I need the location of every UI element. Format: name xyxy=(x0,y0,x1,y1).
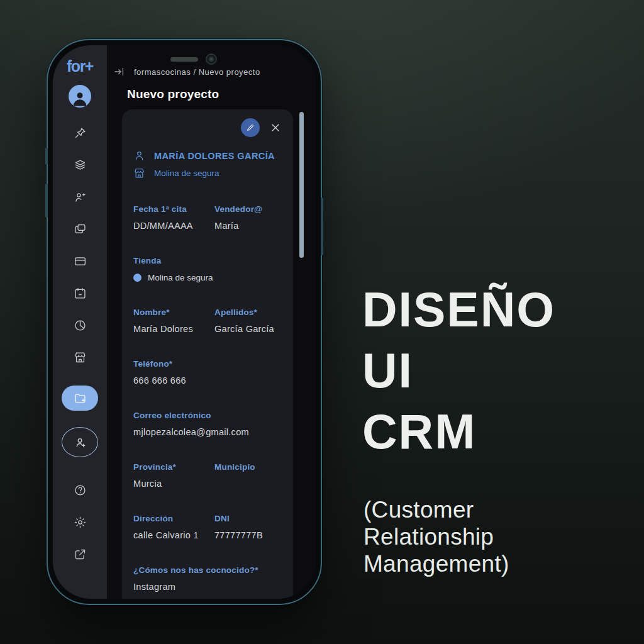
field-label: Municipio xyxy=(214,462,282,472)
sidebar-item-store[interactable] xyxy=(74,351,87,364)
contact-name-row: MARÍA DOLORES GARCÍA xyxy=(133,150,282,162)
municipio-input[interactable] xyxy=(214,479,282,488)
calendar-icon xyxy=(74,287,87,300)
sidebar-item-pins[interactable] xyxy=(74,126,87,140)
sidebar-item-help[interactable] xyxy=(74,484,87,497)
field-label: Fecha 1ª cita xyxy=(133,204,214,214)
store-small-icon xyxy=(133,167,145,179)
layers-icon xyxy=(74,158,87,172)
help-icon xyxy=(74,484,87,497)
poster-title: DISEÑO UI CRM xyxy=(362,279,555,462)
phone-camera xyxy=(206,53,217,65)
app-logo[interactable]: for+ xyxy=(67,55,93,77)
folders-icon xyxy=(74,223,87,236)
phone-power-button xyxy=(321,197,323,255)
vendedor-input[interactable]: María xyxy=(214,221,282,231)
phone-mockup: for+ xyxy=(47,39,322,605)
date-input[interactable]: DD/MM/AAAA xyxy=(133,221,214,231)
field-direccion: Dirección calle Calvario 1 xyxy=(133,514,214,540)
correo-input[interactable]: mjlopezalcolea@gmail.com xyxy=(133,427,282,437)
sidebar-item-add-contact[interactable] xyxy=(74,191,87,204)
form-row: ¿Cómos nos has cocnocido?* Instagram xyxy=(133,565,282,592)
field-label: Vendedor@ xyxy=(214,204,282,214)
radio-selected-icon xyxy=(133,274,142,282)
radio-option-label: Molina de segura xyxy=(148,273,213,282)
sidebar-item-settings[interactable] xyxy=(74,516,87,529)
field-label: Teléfono* xyxy=(133,359,282,369)
form-row: Fecha 1ª cita DD/MM/AAAA Vendedor@ María xyxy=(133,204,282,231)
sidebar-item-profile[interactable] xyxy=(69,85,91,108)
sidebar-item-projects[interactable] xyxy=(74,223,87,236)
field-vendedor: Vendedor@ María xyxy=(214,204,282,231)
contact-header: MARÍA DOLORES GARCÍA Molina de segura xyxy=(133,150,282,179)
pin-icon xyxy=(74,126,87,140)
scrollbar-thumb[interactable] xyxy=(299,112,304,258)
sidebar-item-external-link[interactable] xyxy=(74,548,87,561)
provincia-input[interactable]: Murcia xyxy=(133,479,214,489)
form-row: Correo electrónico mjlopezalcolea@gmail.… xyxy=(133,411,282,437)
nombre-input[interactable]: María Dolores xyxy=(133,324,214,334)
person-icon xyxy=(133,150,145,162)
como-conocido-input[interactable]: Instagram xyxy=(133,582,282,592)
poster-subtitle: (Customer Relationship Management) xyxy=(364,496,509,577)
contact-store: Molina de segura xyxy=(154,169,219,178)
pencil-icon xyxy=(245,123,255,133)
sidebar-item-layers[interactable] xyxy=(74,158,87,172)
external-link-icon xyxy=(74,548,87,561)
field-nombre: Nombre* María Dolores xyxy=(133,308,214,334)
poster-subtitle-line: Relationship xyxy=(364,523,509,550)
main-content: formascocinas / Nuevo proyecto Nuevo pro… xyxy=(107,45,316,599)
page-title: Nuevo proyecto xyxy=(127,87,316,101)
form-row: Nombre* María Dolores Apellidos* García … xyxy=(133,308,282,334)
edit-button[interactable] xyxy=(241,118,260,137)
user-add-circle-icon xyxy=(74,436,87,449)
app-sidebar: for+ xyxy=(53,45,107,599)
telefono-input[interactable]: 666 666 666 xyxy=(133,375,282,386)
poster-background: for+ xyxy=(0,0,644,644)
form-row-tienda: Tienda Molina de segura xyxy=(133,256,282,282)
contact-name: MARÍA DOLORES GARCÍA xyxy=(154,151,275,161)
field-municipio: Municipio xyxy=(214,462,282,489)
form-row: Dirección calle Calvario 1 DNI 77777777B xyxy=(133,514,282,540)
tienda-radio-option[interactable]: Molina de segura xyxy=(133,273,282,282)
field-label: Correo electrónico xyxy=(133,411,282,420)
sidebar-item-add-client[interactable] xyxy=(62,427,98,457)
field-label: ¿Cómos nos has cocnocido?* xyxy=(133,565,282,575)
avatar-icon xyxy=(69,85,91,108)
field-provincia: Provincia* Murcia xyxy=(133,462,214,489)
field-label: Tienda xyxy=(133,256,282,265)
dni-input[interactable]: 77777777B xyxy=(214,530,282,540)
poster-title-line: CRM xyxy=(362,401,555,462)
field-apellidos: Apellidos* García García xyxy=(214,308,282,334)
apellidos-input[interactable]: García García xyxy=(214,324,282,334)
pie-chart-icon xyxy=(74,319,87,332)
contact-store-row: Molina de segura xyxy=(133,167,282,179)
app-screen: for+ xyxy=(53,45,316,599)
poster-title-line: UI xyxy=(362,340,555,401)
field-label: Dirección xyxy=(133,514,214,523)
sidebar-item-new-project[interactable] xyxy=(62,386,98,411)
sidebar-collapse-icon[interactable] xyxy=(113,65,126,78)
credit-card-icon xyxy=(74,255,87,268)
field-fecha-cita: Fecha 1ª cita DD/MM/AAAA xyxy=(133,204,214,231)
phone-volume-down-button xyxy=(45,184,48,218)
project-card: MARÍA DOLORES GARCÍA Molina de segura Fe… xyxy=(122,109,293,599)
store-icon xyxy=(74,351,87,364)
user-plus-icon xyxy=(74,191,87,204)
sidebar-item-payments[interactable] xyxy=(74,255,87,268)
settings-gear-icon xyxy=(74,516,87,529)
phone-volume-up-button xyxy=(45,148,48,165)
close-button[interactable] xyxy=(269,121,282,134)
breadcrumb[interactable]: formascocinas / Nuevo proyecto xyxy=(134,67,260,77)
form-row: Provincia* Murcia Municipio xyxy=(133,462,282,489)
sidebar-item-calendar[interactable] xyxy=(74,287,87,300)
poster-subtitle-line: (Customer xyxy=(364,496,509,523)
field-label: Nombre* xyxy=(133,308,214,317)
field-label: DNI xyxy=(214,514,282,523)
phone-speaker xyxy=(170,57,198,62)
sidebar-item-reports[interactable] xyxy=(74,319,87,332)
sidebar-nav xyxy=(62,85,98,561)
folder-plus-icon xyxy=(74,392,87,405)
direccion-input[interactable]: calle Calvario 1 xyxy=(133,530,214,540)
field-dni: DNI 77777777B xyxy=(214,514,282,540)
